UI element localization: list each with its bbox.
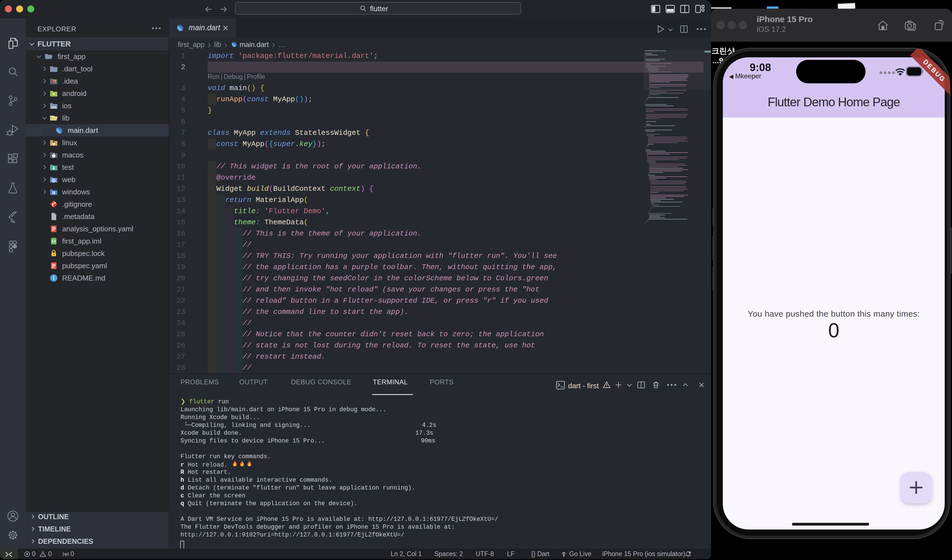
svg-text:iOS: iOS <box>51 106 57 109</box>
